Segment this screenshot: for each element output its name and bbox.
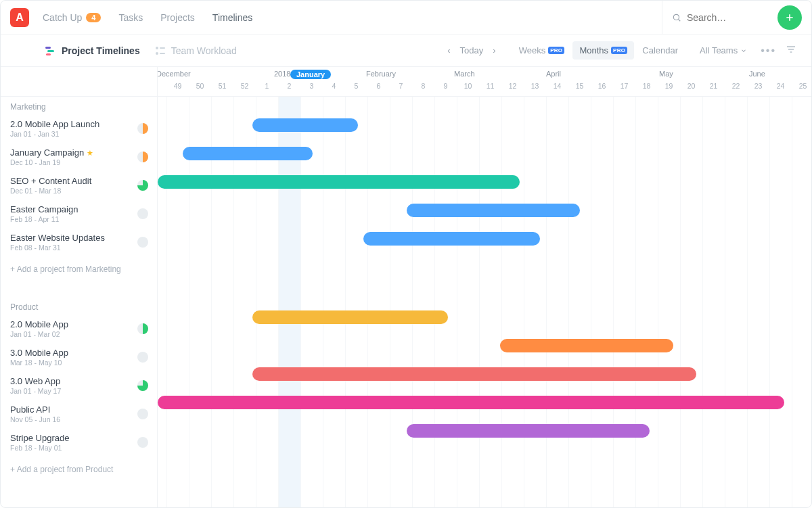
today-control: ‹ Today › <box>445 43 498 58</box>
svg-point-18 <box>137 237 148 248</box>
search-input[interactable] <box>687 12 761 23</box>
tab-team-workload-label: Team Workload <box>171 45 237 56</box>
pro-badge: PRO <box>548 47 564 54</box>
month-label: December <box>158 70 191 78</box>
tab-project-timelines[interactable]: Project Timelines <box>45 45 140 56</box>
project-row[interactable]: 2.0 Mobile AppJan 01 - Mar 02 <box>1 315 157 343</box>
project-row[interactable]: 2.0 Mobile App LaunchJan 01 - Jan 31 <box>1 114 157 143</box>
scale-weeks[interactable]: WeeksPRO <box>512 41 572 60</box>
progress-pie-icon <box>137 323 149 335</box>
project-name: 2.0 Mobile App <box>10 319 131 329</box>
week-label: 50 <box>189 82 211 90</box>
gantt-bar[interactable] <box>252 367 696 381</box>
timeline-icon <box>45 45 56 56</box>
sidebar: Marketing2.0 Mobile App LaunchJan 01 - J… <box>1 67 158 507</box>
workload-icon <box>155 45 166 56</box>
year-label: 2018 <box>274 70 290 78</box>
project-name: 3.0 Mobile App <box>10 348 131 358</box>
week-label: 17 <box>613 82 635 90</box>
nav-projects[interactable]: Projects <box>160 12 195 23</box>
gantt-bar[interactable] <box>158 396 784 409</box>
teams-select[interactable]: All Teams <box>700 45 747 55</box>
search-box[interactable] <box>662 1 771 34</box>
project-dates: Nov 05 - Jun 16 <box>10 415 131 423</box>
gantt-bar[interactable] <box>252 118 358 132</box>
project-dates: Jan 01 - Jan 31 <box>10 130 131 138</box>
nav-tasks[interactable]: Tasks <box>118 12 143 23</box>
filter-button[interactable] <box>783 41 799 60</box>
gantt-bar[interactable] <box>363 232 540 246</box>
week-label: 51 <box>211 82 233 90</box>
week-label: 22 <box>725 82 747 90</box>
week-label: 12 <box>501 82 524 90</box>
gantt-bar[interactable] <box>500 339 673 352</box>
project-row[interactable]: Stripe UpgradeFeb 18 - May 01 <box>1 428 157 457</box>
week-label: 52 <box>233 82 256 90</box>
project-dates: Mar 18 - May 10 <box>10 359 131 367</box>
gantt-bar[interactable] <box>407 204 580 217</box>
tab-team-workload[interactable]: Team Workload <box>155 45 237 56</box>
app-logo[interactable]: A <box>10 8 29 27</box>
svg-point-9 <box>156 52 158 55</box>
gantt-row <box>158 417 811 446</box>
week-label: 8 <box>412 82 434 90</box>
scale-months[interactable]: MonthsPRO <box>572 41 634 60</box>
gantt-row <box>158 225 811 254</box>
project-name: 2.0 Mobile App Launch <box>10 119 131 129</box>
progress-pie-icon <box>137 151 149 163</box>
month-label: April <box>546 70 561 78</box>
project-row[interactable]: Easter Website UpdatesFeb 08 - Mar 31 <box>1 228 157 256</box>
gantt-bar[interactable] <box>183 147 313 160</box>
project-dates: Dec 01 - Mar 18 <box>10 187 131 195</box>
project-name: Public API <box>10 405 131 415</box>
gantt-bar[interactable] <box>252 310 448 324</box>
add-project-link[interactable]: + Add a project from Product <box>1 457 157 482</box>
group-header: Product <box>1 297 157 315</box>
gantt-bar[interactable] <box>407 424 650 438</box>
timeline-header: 2018JanuaryDecemberFebruaryMarchAprilMay… <box>158 67 811 97</box>
next-button[interactable]: › <box>490 43 498 58</box>
gantt-row <box>158 304 811 332</box>
nav-timelines[interactable]: Timelines <box>212 12 252 23</box>
gantt-row <box>158 168 811 197</box>
chevron-down-icon <box>740 47 747 54</box>
project-dates: Feb 08 - Mar 31 <box>10 244 131 252</box>
prev-button[interactable]: ‹ <box>445 43 453 58</box>
scale-calendar[interactable]: Calendar <box>635 41 685 60</box>
add-button[interactable] <box>777 5 802 30</box>
add-project-link[interactable]: + Add a project from Marketing <box>1 256 157 282</box>
star-icon: ★ <box>87 149 93 157</box>
project-row[interactable]: 3.0 Web AppJan 01 - May 17 <box>1 371 157 400</box>
svg-point-0 <box>673 14 679 20</box>
project-name: SEO + Content Audit <box>10 176 131 186</box>
project-row[interactable]: SEO + Content AuditDec 01 - Mar 18 <box>1 171 157 200</box>
project-row[interactable]: Easter CampaignFeb 18 - Apr 11 <box>1 200 157 228</box>
project-row[interactable]: Public APINov 05 - Jun 16 <box>1 400 157 428</box>
week-label: 23 <box>747 82 769 90</box>
week-label: 5 <box>345 82 367 90</box>
svg-rect-4 <box>45 47 51 49</box>
gantt-row <box>158 112 811 140</box>
more-menu[interactable]: ••• <box>758 42 779 60</box>
progress-pie-icon <box>137 436 149 448</box>
nav-catch-up[interactable]: Catch Up 4 <box>43 12 101 23</box>
timeline[interactable]: 2018JanuaryDecemberFebruaryMarchAprilMay… <box>158 67 811 507</box>
week-label: 13 <box>524 82 546 90</box>
teams-select-label: All Teams <box>700 45 738 55</box>
progress-pie-icon <box>137 122 149 135</box>
week-label: 20 <box>680 82 702 90</box>
gantt-bar[interactable] <box>158 175 520 189</box>
search-icon <box>672 13 681 22</box>
project-dates: Feb 18 - May 01 <box>10 444 131 452</box>
progress-pie-icon <box>137 179 149 191</box>
week-label: 25 <box>792 82 811 90</box>
month-label: February <box>366 70 396 78</box>
project-dates: Feb 18 - Apr 11 <box>10 215 131 223</box>
project-row[interactable]: 3.0 Mobile AppMar 18 - May 10 <box>1 343 157 371</box>
week-label: 49 <box>166 82 189 90</box>
today-label[interactable]: Today <box>460 45 484 55</box>
project-row[interactable]: January Campaign ★Dec 10 - Jan 19 <box>1 143 157 171</box>
svg-rect-5 <box>47 50 54 52</box>
project-dates: Jan 01 - Mar 02 <box>10 330 131 338</box>
sub-header: Project Timelines Team Workload ‹ Today … <box>1 34 811 67</box>
